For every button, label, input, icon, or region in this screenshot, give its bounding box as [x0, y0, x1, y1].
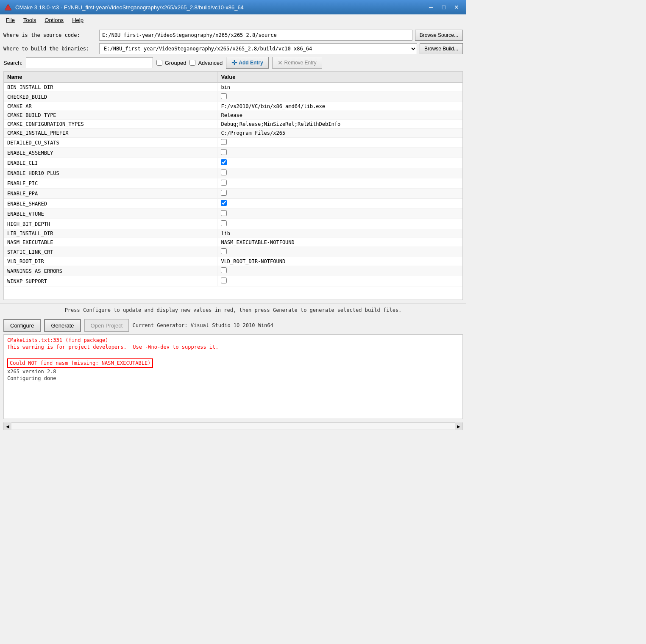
- entry-name: WARNINGS_AS_ERRORS: [4, 266, 217, 276]
- entry-value: Debug;Release;MinSizeRel;RelWithDebInfo: [217, 120, 462, 129]
- window-title: CMake 3.18.0-rc3 - E:/NBU_first-year/Vid…: [15, 4, 244, 11]
- scroll-left-button[interactable]: ◀: [4, 422, 11, 430]
- bottom-scroll-bar: ◀ ▶: [3, 422, 463, 430]
- entry-name: CMAKE_BUILD_TYPE: [4, 111, 217, 120]
- entry-value: VLD_ROOT_DIR-NOTFOUND: [217, 257, 462, 266]
- remove-entry-button[interactable]: ✕ Remove Entry: [272, 57, 322, 69]
- entry-checkbox[interactable]: [221, 169, 227, 175]
- output-line: [7, 351, 459, 357]
- add-entry-icon: ✛: [231, 59, 237, 67]
- entry-value[interactable]: [217, 189, 462, 199]
- entry-checkbox[interactable]: [221, 93, 227, 99]
- entry-value[interactable]: [217, 178, 462, 189]
- table-row: LIB_INSTALL_DIRlib: [4, 229, 462, 238]
- svg-marker-0: [5, 4, 11, 10]
- table-row: CMAKE_BUILD_TYPERelease: [4, 111, 462, 120]
- main-content: Where is the source code: Browse Source.…: [0, 26, 466, 303]
- table-row: NASM_EXECUTABLENASM_EXECUTABLE-NOTFOUND: [4, 238, 462, 247]
- minimize-button[interactable]: ─: [426, 3, 437, 12]
- entry-name: BIN_INSTALL_DIR: [4, 83, 217, 92]
- entry-value: NASM_EXECUTABLE-NOTFOUND: [217, 238, 462, 247]
- grouped-checkbox[interactable]: [156, 60, 162, 66]
- entry-name: WINXP_SUPPORT: [4, 276, 217, 286]
- entry-value[interactable]: [217, 168, 462, 178]
- window-controls: ─ □ ✕: [426, 3, 462, 12]
- entry-checkbox[interactable]: [221, 210, 227, 216]
- app-icon: [4, 3, 12, 11]
- output-line: Configuring done: [7, 375, 459, 381]
- close-button[interactable]: ✕: [451, 3, 462, 12]
- entry-value: F:/vs2010/VC/bin/x86_amd64/lib.exe: [217, 102, 462, 111]
- configure-button[interactable]: Configure: [3, 319, 41, 332]
- build-row: Where to build the binaries: E:/NBU_firs…: [3, 43, 463, 54]
- entry-name: ENABLE_ASSEMBLY: [4, 148, 217, 158]
- output-area[interactable]: CMakeLists.txt:331 (find_package)This wa…: [3, 334, 463, 419]
- entry-value[interactable]: [217, 247, 462, 257]
- entry-checkbox[interactable]: [221, 139, 227, 145]
- entry-name: NASM_EXECUTABLE: [4, 238, 217, 247]
- entry-checkbox[interactable]: [221, 278, 227, 283]
- add-entry-button[interactable]: ✛ Add Entry: [226, 57, 268, 69]
- table-row: WINXP_SUPPORT: [4, 276, 462, 286]
- entry-name: ENABLE_HDR10_PLUS: [4, 168, 217, 178]
- entry-value[interactable]: [217, 209, 462, 219]
- entry-checkbox[interactable]: [221, 200, 227, 206]
- menu-tools[interactable]: Tools: [19, 15, 40, 25]
- entry-checkbox[interactable]: [221, 149, 227, 155]
- entry-value[interactable]: [217, 266, 462, 276]
- grouped-label: Grouped: [165, 60, 187, 66]
- entry-value[interactable]: [217, 199, 462, 209]
- generate-button[interactable]: Generate: [44, 319, 81, 332]
- advanced-checkbox[interactable]: [189, 60, 195, 66]
- advanced-checkbox-group: Advanced: [189, 60, 223, 66]
- scroll-right-button[interactable]: ▶: [455, 422, 462, 430]
- table-row: BIN_INSTALL_DIRbin: [4, 83, 462, 92]
- source-label: Where is the source code:: [3, 32, 97, 38]
- entry-checkbox[interactable]: [221, 248, 227, 254]
- entry-value[interactable]: [217, 219, 462, 229]
- entry-name: CMAKE_CONFIGURATION_TYPES: [4, 120, 217, 129]
- output-line: This warning is for project developers. …: [7, 344, 459, 350]
- search-input[interactable]: [26, 57, 153, 68]
- entry-checkbox[interactable]: [221, 190, 227, 196]
- entry-name: HIGH_BIT_DEPTH: [4, 219, 217, 229]
- entry-checkbox[interactable]: [221, 220, 227, 226]
- table-row: DETAILED_CU_STATS: [4, 138, 462, 148]
- entry-value: bin: [217, 83, 462, 92]
- table-row: WARNINGS_AS_ERRORS: [4, 266, 462, 276]
- menu-file[interactable]: File: [2, 15, 19, 25]
- entry-name: CHECKED_BUILD: [4, 92, 217, 102]
- entry-value[interactable]: [217, 158, 462, 168]
- menu-help[interactable]: Help: [68, 15, 88, 25]
- entry-checkbox[interactable]: [221, 267, 227, 273]
- output-content: CMakeLists.txt:331 (find_package)This wa…: [7, 337, 459, 381]
- entry-value[interactable]: [217, 276, 462, 286]
- menu-options[interactable]: Options: [40, 15, 68, 25]
- table-row: STATIC_LINK_CRT: [4, 247, 462, 257]
- entry-checkbox[interactable]: [221, 180, 227, 186]
- table-row: ENABLE_PPA: [4, 189, 462, 199]
- action-bar: Configure Generate Open Project Current …: [0, 316, 466, 334]
- cmake-table: Name Value BIN_INSTALL_DIRbinCHECKED_BUI…: [3, 71, 463, 300]
- entry-name: ENABLE_PPA: [4, 189, 217, 199]
- table-row: CMAKE_ARF:/vs2010/VC/bin/x86_amd64/lib.e…: [4, 102, 462, 111]
- source-input[interactable]: [99, 30, 412, 41]
- entry-value[interactable]: [217, 148, 462, 158]
- entry-name: DETAILED_CU_STATS: [4, 138, 217, 148]
- entry-name: CMAKE_INSTALL_PREFIX: [4, 129, 217, 138]
- browse-build-button[interactable]: Browse Build...: [420, 43, 463, 54]
- maximize-button[interactable]: □: [438, 3, 449, 12]
- entry-name: ENABLE_VTUNE: [4, 209, 217, 219]
- table-row: ENABLE_SHARED: [4, 199, 462, 209]
- entry-value[interactable]: [217, 138, 462, 148]
- output-line: x265 version 2.8: [7, 369, 459, 375]
- column-header-value: Value: [217, 72, 462, 83]
- open-project-button: Open Project: [84, 319, 129, 332]
- entry-value[interactable]: [217, 92, 462, 102]
- table-row: HIGH_BIT_DEPTH: [4, 219, 462, 229]
- entry-value: Release: [217, 111, 462, 120]
- entry-checkbox[interactable]: [221, 159, 227, 165]
- browse-source-button[interactable]: Browse Source...: [415, 30, 463, 41]
- build-path-select[interactable]: E:/NBU_first-year/VideoSteganography/x26…: [99, 43, 417, 54]
- scroll-track: [11, 423, 455, 430]
